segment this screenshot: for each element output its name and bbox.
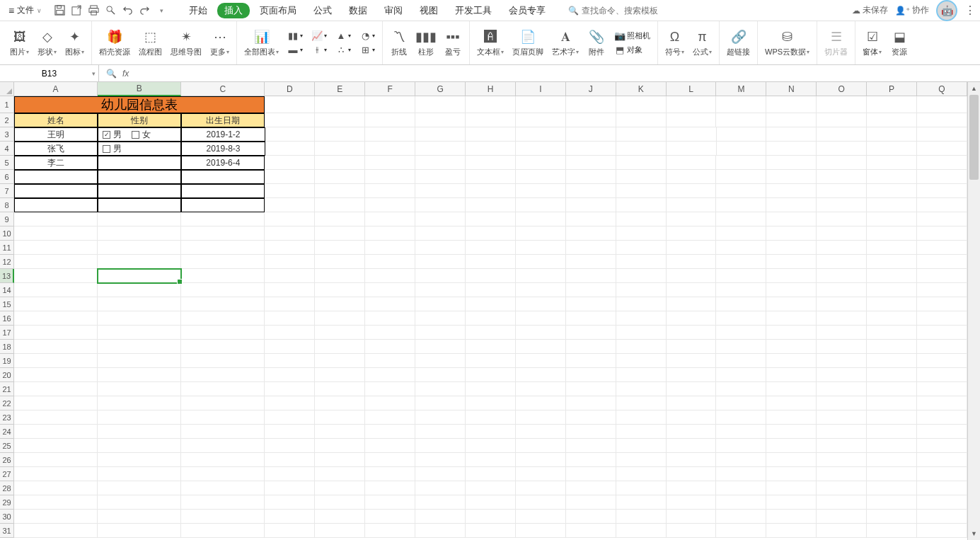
cell-A16[interactable] bbox=[14, 311, 98, 326]
cell-B29[interactable] bbox=[98, 495, 181, 510]
qat-dropdown-icon[interactable]: ▾ bbox=[155, 4, 168, 17]
cell-A4[interactable]: 张飞 bbox=[14, 142, 98, 156]
cell-K13[interactable] bbox=[616, 269, 667, 283]
cell-I12[interactable] bbox=[516, 255, 566, 269]
cell-L31[interactable] bbox=[667, 524, 717, 538]
cell-C30[interactable] bbox=[181, 510, 265, 524]
cell-A22[interactable] bbox=[14, 396, 98, 410]
cell-K23[interactable] bbox=[616, 410, 667, 425]
cell-G1[interactable] bbox=[415, 96, 466, 113]
cell-K30[interactable] bbox=[616, 510, 667, 524]
cell-K3[interactable] bbox=[616, 127, 667, 142]
cell-J22[interactable] bbox=[566, 396, 616, 410]
cell-A17[interactable] bbox=[14, 326, 98, 340]
cell-E31[interactable] bbox=[315, 524, 365, 538]
cell-H10[interactable] bbox=[466, 226, 516, 241]
cell-I19[interactable] bbox=[516, 354, 566, 368]
row-header-29[interactable]: 29 bbox=[0, 495, 14, 510]
cell-A21[interactable] bbox=[14, 382, 98, 396]
cell-J11[interactable] bbox=[566, 241, 616, 255]
textbox-button[interactable]: 🅰文本框▾ bbox=[475, 27, 505, 59]
cell-H24[interactable] bbox=[466, 425, 516, 439]
cell-I20[interactable] bbox=[516, 368, 566, 382]
cell-D12[interactable] bbox=[265, 255, 315, 269]
cell-F31[interactable] bbox=[365, 524, 415, 538]
cell-Q19[interactable] bbox=[917, 354, 967, 368]
stock-chart-small[interactable]: ⫳▾ bbox=[310, 44, 328, 57]
cell-J20[interactable] bbox=[566, 368, 616, 382]
cell-O24[interactable] bbox=[817, 425, 867, 439]
cell-P19[interactable] bbox=[867, 354, 917, 368]
cell-N6[interactable] bbox=[766, 170, 817, 184]
cell-L26[interactable] bbox=[667, 453, 717, 467]
cell-B2[interactable]: 性别 bbox=[98, 113, 181, 127]
column-header-H[interactable]: H bbox=[466, 82, 516, 96]
cell-Q16[interactable] bbox=[917, 311, 967, 326]
cell-P1[interactable] bbox=[867, 96, 917, 113]
cell-H6[interactable] bbox=[466, 170, 516, 184]
cell-K5[interactable] bbox=[616, 156, 667, 170]
cell-E4[interactable] bbox=[315, 142, 365, 156]
cell-B4[interactable]: 男 bbox=[98, 142, 181, 156]
cell-I25[interactable] bbox=[516, 439, 566, 453]
column-header-K[interactable]: K bbox=[616, 82, 667, 96]
row-header-3[interactable]: 3 bbox=[0, 127, 14, 142]
cell-M2[interactable] bbox=[716, 113, 766, 127]
checkbox[interactable] bbox=[132, 131, 139, 139]
cell-G23[interactable] bbox=[415, 410, 466, 425]
cell-C23[interactable] bbox=[181, 410, 265, 425]
cell-B31[interactable] bbox=[98, 524, 181, 538]
cell-G20[interactable] bbox=[415, 368, 466, 382]
cell-L8[interactable] bbox=[667, 198, 717, 212]
cell-H9[interactable] bbox=[466, 212, 516, 226]
scroll-up-icon[interactable]: ▲ bbox=[968, 82, 980, 95]
cell-P17[interactable] bbox=[867, 326, 917, 340]
cell-N9[interactable] bbox=[766, 212, 817, 226]
cell-C7[interactable] bbox=[181, 184, 265, 198]
cell-N27[interactable] bbox=[766, 467, 817, 481]
cell-H3[interactable] bbox=[466, 127, 516, 142]
cell-L19[interactable] bbox=[667, 354, 717, 368]
row-header-13[interactable]: 13 bbox=[0, 269, 14, 283]
cell-A28[interactable] bbox=[14, 481, 98, 495]
cell-P13[interactable] bbox=[867, 269, 917, 283]
cell-M5[interactable] bbox=[716, 156, 766, 170]
cell-G16[interactable] bbox=[415, 311, 466, 326]
cell-F1[interactable] bbox=[365, 96, 415, 113]
slicer-button[interactable]: ☰切片器 bbox=[823, 27, 849, 59]
cell-K1[interactable] bbox=[616, 96, 667, 113]
row-header-25[interactable]: 25 bbox=[0, 439, 14, 453]
cell-P20[interactable] bbox=[867, 368, 917, 382]
cell-I10[interactable] bbox=[516, 226, 566, 241]
avatar[interactable]: 🤖 bbox=[936, 0, 957, 21]
cell-A20[interactable] bbox=[14, 368, 98, 382]
cell-O8[interactable] bbox=[817, 198, 867, 212]
cell-M9[interactable] bbox=[716, 212, 766, 226]
cell-I26[interactable] bbox=[516, 453, 566, 467]
hyperlink-button[interactable]: 🔗超链接 bbox=[725, 27, 751, 59]
cell-O6[interactable] bbox=[817, 170, 867, 184]
cell-J9[interactable] bbox=[566, 212, 616, 226]
column-header-G[interactable]: G bbox=[415, 82, 466, 96]
cell-K24[interactable] bbox=[616, 425, 667, 439]
cell-M19[interactable] bbox=[716, 354, 766, 368]
cell-H26[interactable] bbox=[466, 453, 516, 467]
cell-B14[interactable] bbox=[98, 283, 181, 297]
cell-O26[interactable] bbox=[817, 453, 867, 467]
cell-I9[interactable] bbox=[516, 212, 566, 226]
cell-F25[interactable] bbox=[365, 439, 415, 453]
cell-E3[interactable] bbox=[315, 127, 365, 142]
cell-E15[interactable] bbox=[315, 297, 365, 311]
cell-M18[interactable] bbox=[716, 340, 766, 354]
cell-L12[interactable] bbox=[667, 255, 717, 269]
cell-K2[interactable] bbox=[616, 113, 667, 127]
row-header-27[interactable]: 27 bbox=[0, 467, 14, 481]
cell-H14[interactable] bbox=[466, 283, 516, 297]
cell-P18[interactable] bbox=[867, 340, 917, 354]
cell-P5[interactable] bbox=[867, 156, 917, 170]
cell-C13[interactable] bbox=[181, 269, 265, 283]
column-header-A[interactable]: A bbox=[14, 82, 98, 96]
cell-B27[interactable] bbox=[98, 467, 181, 481]
cell-N30[interactable] bbox=[766, 510, 817, 524]
cell-J29[interactable] bbox=[566, 495, 616, 510]
